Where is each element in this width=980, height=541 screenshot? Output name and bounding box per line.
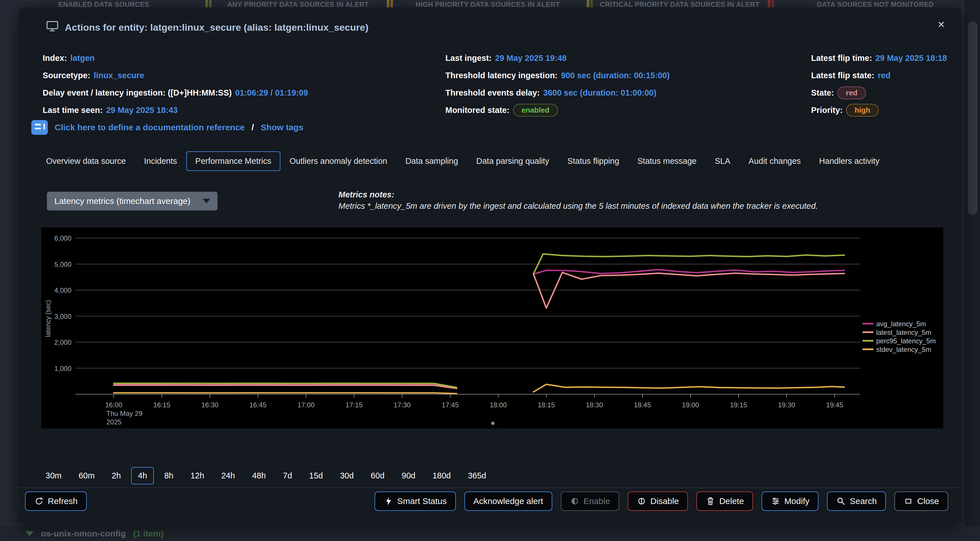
acknowledge-alert-button[interactable]: Acknowledge alert [465,492,552,511]
legend-label: stdev_latency_5m [876,345,931,353]
x-tick-label: 17:15 [345,401,363,409]
tab-data-parsing-quality[interactable]: Data parsing quality [467,151,558,171]
metric-selector-dropdown[interactable]: Latency metrics (timechart average) [47,192,218,210]
info-value: latgen [70,54,94,63]
info-row: Sourcetype:linux_secure [43,67,344,84]
info-label: Priority: [811,105,843,115]
caret-down-icon [203,199,210,204]
info-value: red [878,71,891,80]
status-pill: enabled [513,104,558,117]
range-60m[interactable]: 60m [72,467,101,484]
info-column-right: Latest flip time:29 May 2025 18:18Latest… [811,49,959,119]
tab-status-message[interactable]: Status message [628,151,706,171]
x-tick-label: 19:15 [730,401,747,409]
legend-item-latest_latency_5m[interactable]: latest_latency_5m [862,329,931,336]
x-tick-label: 18:00 [490,401,507,409]
legend-item-perc95_latency_5m[interactable]: perc95_latency_5m [862,337,935,345]
refresh-button[interactable]: Refresh [25,492,87,511]
documentation-reference-row: Click here to define a documentation ref… [31,120,304,135]
smart-status-button[interactable]: Smart Status [375,492,456,511]
info-label: Last ingest: [445,54,492,63]
range-180d[interactable]: 180d [426,467,458,484]
footer-left-buttons: Refresh [25,492,87,511]
button-label: Disable [651,496,679,506]
range-60d[interactable]: 60d [364,467,391,484]
x-tick-label: 17:30 [394,401,410,409]
info-row: Last ingest:29 May 2025 19:48 [445,49,701,67]
documentation-reference-link[interactable]: Click here to define a documentation ref… [55,123,245,132]
range-7d[interactable]: 7d [276,467,299,484]
button-label: Refresh [48,496,78,506]
range-48h[interactable]: 48h [245,467,272,484]
metrics-notes: Metrics notes: Metrics *_latency_5m are … [339,189,822,212]
range-2h[interactable]: 2h [105,467,128,484]
tab-performance-metrics[interactable]: Performance Metrics [186,151,281,171]
id-card-icon[interactable] [31,120,48,135]
info-label: State: [811,88,834,97]
x-tick-label: 19:45 [826,401,843,409]
tab-outliers-anomaly-detection[interactable]: Outliers anomaly detection [280,151,396,171]
legend-label: perc95_latency_5m [876,337,935,345]
range-12h[interactable]: 12h [184,467,211,484]
series-stdev_latency_5m [114,393,457,394]
info-value: 900 sec (duration: 00:15:00) [561,71,670,80]
range-365d[interactable]: 365d [461,467,493,484]
tab-data-sampling[interactable]: Data sampling [396,151,467,171]
button-label: Modify [784,496,809,506]
close-button[interactable]: Close [894,492,948,511]
tab-handlers-activity[interactable]: Handlers activity [810,151,889,171]
range-15d[interactable]: 15d [302,467,329,484]
tab-overview-data-source[interactable]: Overview data source [37,151,135,171]
info-value: 29 May 2025 19:48 [495,54,567,63]
x-date-sublabel: 2025 [107,418,121,426]
y-tick-label: 1,000 [54,364,72,372]
trash-icon [706,496,715,506]
series-latest_latency_5m [114,385,457,388]
tab-audit-changes[interactable]: Audit changes [740,151,810,171]
info-label: Latest flip state: [811,71,874,80]
carousel-dot[interactable] [491,422,495,425]
x-tick-label: 16:00 [105,401,122,409]
search-button[interactable]: Search [827,492,886,511]
x-tick-label: 18:45 [634,401,651,409]
footer-right-buttons: Smart StatusAcknowledge alertEnableDisab… [375,492,948,511]
range-90d[interactable]: 90d [395,467,422,484]
button-label: Close [917,496,939,506]
legend-item-avg_latency_5m[interactable]: avg_latency_5m [862,320,926,328]
legend-item-stdev_latency_5m[interactable]: stdev_latency_5m [862,345,931,353]
tab-incidents[interactable]: Incidents [135,151,186,171]
show-tags-link[interactable]: Show tags [261,123,304,132]
latency-timechart: 1,0002,0003,0004,0005,0006,00016:00Thu M… [41,228,943,428]
button-label: Enable [584,496,610,506]
delete-button[interactable]: Delete [697,492,753,511]
modal-tabs: Overview data sourceIncidentsPerformance… [37,151,889,171]
range-30m[interactable]: 30m [39,467,68,484]
modify-button[interactable]: Modify [762,492,818,511]
tab-status-flipping[interactable]: Status flipping [558,151,628,171]
info-row: Index:latgen [43,49,344,67]
close-icon[interactable]: × [936,18,947,31]
x-tick-label: 16:15 [153,401,170,409]
x-tick-label: 18:30 [586,401,603,409]
range-8h[interactable]: 8h [157,467,180,484]
y-tick-label: 4,000 [54,286,72,294]
info-row: Threshold events delay:3600 sec (duratio… [445,84,701,102]
range-24h[interactable]: 24h [215,467,242,484]
refresh-icon [34,496,44,506]
info-row: Latest flip time:29 May 2025 18:18 [811,49,959,67]
tab-sla[interactable]: SLA [706,151,740,171]
series-stdev_latency_5m [533,384,844,392]
info-value: linux_secure [94,71,144,80]
info-row: State:red [811,84,959,102]
range-4h[interactable]: 4h [131,467,154,484]
x-tick-label: 16:30 [201,401,218,409]
range-30d[interactable]: 30d [333,467,360,484]
info-column-middle: Last ingest:29 May 2025 19:48Threshold l… [445,49,701,119]
button-label: Delete [719,496,744,506]
info-row: Threshold latency ingestion:900 sec (dur… [445,67,701,84]
info-label: Threshold latency ingestion: [445,71,558,80]
x-tick-label: 17:45 [442,401,459,409]
info-label: Monitored state: [445,105,510,115]
x-date-sublabel: Thu May 29 [107,410,143,417]
disable-button[interactable]: Disable [628,492,688,511]
